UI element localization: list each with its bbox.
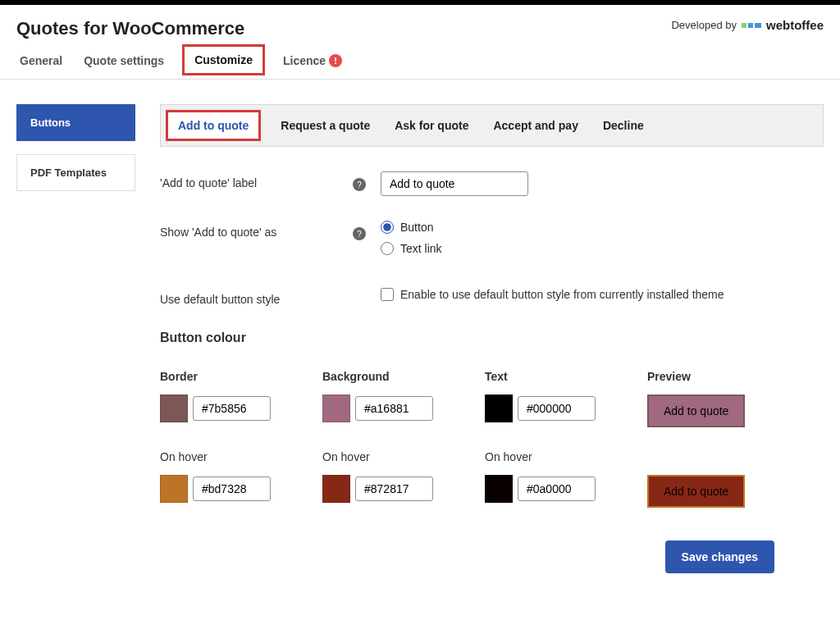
brand-name: webtoffee — [766, 18, 824, 32]
save-changes-button[interactable]: Save changes — [665, 540, 774, 573]
subtab-accept-and-pay[interactable]: Accept and pay — [488, 112, 582, 139]
label-border: Border — [160, 370, 322, 383]
add-to-quote-label-input[interactable] — [381, 171, 528, 196]
help-icon[interactable]: ? — [353, 178, 366, 191]
label-border-hover: On hover — [160, 450, 322, 463]
input-background-color[interactable] — [355, 396, 433, 421]
warning-icon: ! — [329, 54, 342, 67]
input-border-hover-color[interactable] — [193, 477, 271, 501]
input-background-hover-color[interactable] — [355, 477, 433, 501]
tab-licence[interactable]: Licence ! — [280, 46, 345, 77]
radio-text-link-label: Text link — [400, 242, 442, 255]
main-panel: Add to quote Request a quote Ask for quo… — [160, 104, 824, 573]
page-title: Quotes for WooCommerce — [16, 18, 244, 39]
webtoffee-logo-icon — [742, 23, 761, 28]
swatch-text[interactable] — [485, 395, 513, 422]
label-use-default: Use default button style — [160, 288, 353, 306]
tab-general[interactable]: General — [16, 46, 66, 77]
input-text-color[interactable] — [518, 396, 596, 421]
use-default-desc: Enable to use default button style from … — [400, 288, 724, 301]
swatch-background[interactable] — [322, 395, 350, 422]
swatch-border-hover[interactable] — [160, 475, 188, 503]
help-icon[interactable]: ? — [353, 227, 366, 240]
subtab-add-to-quote[interactable]: Add to quote — [166, 110, 261, 141]
label-background: Background — [322, 370, 485, 383]
subtab-request-a-quote[interactable]: Request a quote — [276, 112, 375, 139]
color-grid: Border Background Text — [160, 370, 824, 508]
tab-quote-settings[interactable]: Quote settings — [80, 46, 167, 77]
label-preview-hover — [647, 450, 810, 463]
section-button-colour: Button colour — [160, 331, 824, 345]
label-add-to-quote-label: 'Add to quote' label — [160, 171, 353, 189]
developed-by: Developed by webtoffee — [671, 18, 824, 32]
radio-text-link-option[interactable]: Text link — [381, 242, 824, 255]
label-show-as: Show 'Add to quote' as — [160, 221, 353, 239]
input-text-hover-color[interactable] — [518, 477, 596, 501]
radio-button-label: Button — [400, 221, 433, 234]
subtab-decline[interactable]: Decline — [598, 112, 649, 139]
input-border-color[interactable] — [193, 396, 271, 421]
swatch-border[interactable] — [160, 395, 188, 422]
sidebar: Buttons PDF Templates — [16, 104, 135, 573]
label-text-hover: On hover — [485, 450, 647, 463]
subtab-ask-for-quote[interactable]: Ask for quote — [390, 112, 473, 139]
label-background-hover: On hover — [322, 450, 485, 463]
radio-button[interactable] — [381, 221, 394, 234]
preview-button-hover[interactable]: Add to quote — [647, 475, 745, 508]
swatch-text-hover[interactable] — [485, 475, 513, 503]
label-text: Text — [485, 370, 647, 383]
use-default-checkbox[interactable] — [381, 288, 394, 301]
sidebar-item-pdf-templates[interactable]: PDF Templates — [16, 154, 135, 191]
swatch-background-hover[interactable] — [322, 475, 350, 503]
tab-licence-label: Licence — [283, 54, 326, 67]
tab-customize[interactable]: Customize — [182, 44, 265, 75]
preview-button-normal[interactable]: Add to quote — [647, 395, 745, 427]
sidebar-item-buttons[interactable]: Buttons — [16, 104, 135, 141]
label-preview: Preview — [647, 370, 810, 383]
radio-text-link[interactable] — [381, 242, 394, 255]
radio-button-option[interactable]: Button — [381, 221, 824, 234]
sub-tabs: Add to quote Request a quote Ask for quo… — [160, 104, 824, 147]
main-tabs: General Quote settings Customize Licence… — [0, 44, 840, 80]
developed-by-label: Developed by — [671, 19, 737, 31]
